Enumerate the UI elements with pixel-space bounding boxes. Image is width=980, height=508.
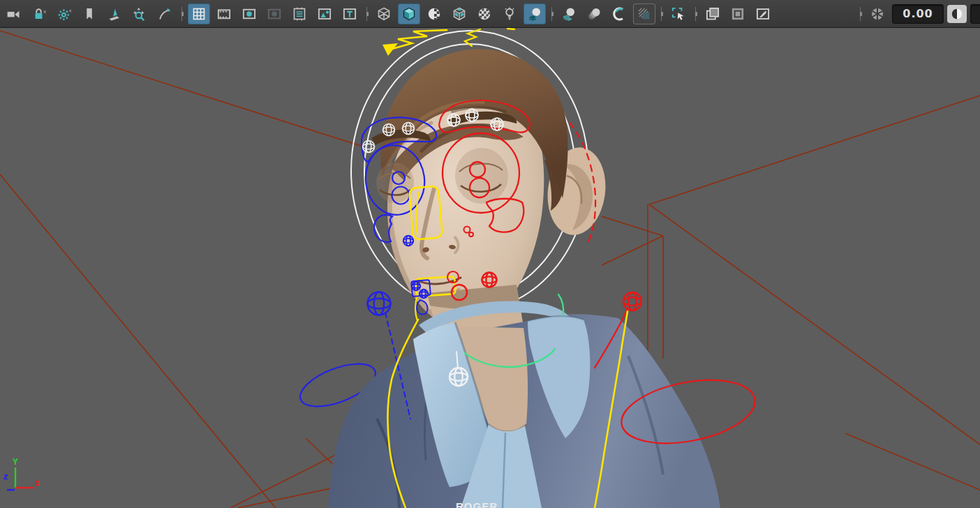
image-plane-wedge-icon[interactable] [103, 3, 126, 24]
bookmark-icon[interactable] [78, 3, 101, 24]
film-gate-icon[interactable] [213, 3, 235, 24]
isolate-select-icon[interactable] [667, 3, 690, 24]
toolbar-separator [860, 7, 861, 21]
light-bulb-icon[interactable] [498, 3, 521, 24]
character-name-label: ROGER [456, 500, 498, 508]
textured-cube-icon[interactable] [448, 3, 470, 24]
axis-y-label: Y [13, 456, 18, 467]
grid-icon[interactable] [188, 3, 210, 24]
image-plane-icon[interactable] [313, 3, 336, 24]
maya-viewport-panel: 0.00 [0, 0, 980, 508]
resolution-gate-icon[interactable] [238, 3, 260, 24]
hud-text-icon[interactable] [339, 3, 361, 24]
toolbar-right-group: 0.00 [856, 3, 980, 24]
grease-pencil-icon[interactable] [154, 3, 176, 24]
shaded-textured-icon[interactable] [423, 3, 445, 24]
use-all-lights-icon[interactable] [473, 3, 496, 24]
xray-joints-icon[interactable] [727, 3, 749, 24]
motion-blur-icon[interactable] [583, 3, 605, 24]
image-pen-icon[interactable] [752, 3, 774, 24]
xray-icon[interactable] [701, 3, 724, 24]
exposure-field[interactable]: 0.00 [892, 4, 944, 24]
shadows-icon[interactable] [524, 3, 546, 24]
wireframe-cube-icon[interactable] [373, 3, 395, 24]
ssao-icon[interactable] [558, 3, 580, 24]
exposure-field-value: 0.00 [903, 7, 933, 20]
lock-viewport-icon[interactable] [28, 3, 50, 24]
toolbar-separator [661, 7, 662, 21]
field-chart-icon[interactable] [288, 3, 311, 24]
shaded-cube-icon[interactable] [398, 3, 420, 24]
3d-viewport[interactable]: Y x z ROGER [0, 28, 980, 508]
gamma-icon[interactable] [947, 5, 967, 23]
toolbar-separator [181, 7, 182, 21]
pan-zoom-tool-icon[interactable] [128, 3, 151, 24]
anti-aliasing-icon[interactable] [608, 3, 630, 24]
axis-x-label: x [35, 478, 40, 488]
gamma-field-partial[interactable] [970, 4, 980, 24]
viewport-toolbar: 0.00 [0, 0, 980, 28]
axis-z-label: z [3, 471, 8, 481]
camera-menu-icon[interactable] [3, 3, 25, 24]
viewport-settings-gear-icon[interactable] [53, 3, 75, 24]
exposure-icon[interactable] [866, 3, 889, 24]
gate-mask-icon[interactable] [263, 3, 285, 24]
toolbar-separator [366, 7, 367, 21]
depth-of-field-icon[interactable] [633, 3, 655, 24]
toolbar-separator [695, 7, 696, 21]
toolbar-separator [551, 7, 552, 21]
